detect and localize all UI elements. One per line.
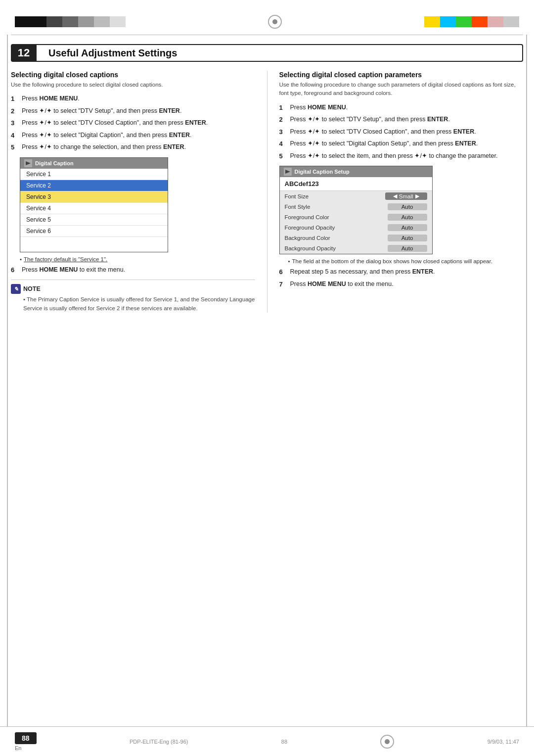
chapter-number: 12 xyxy=(11,44,37,62)
right-step-3: 3 Press ✦/✦ to select "DTV Closed Captio… xyxy=(279,127,524,137)
screen-row-5[interactable]: Service 5 xyxy=(20,214,168,226)
r-step-text-6: Repeat step 5 as necessary, and then pre… xyxy=(290,267,524,277)
right-step-2: 2 Press ✦/✦ to select "DTV Setup", and t… xyxy=(279,115,524,125)
top-rule xyxy=(11,35,523,35)
setup-param-fgopacity[interactable]: Foreground Opacity Auto xyxy=(280,223,432,233)
r-step-num-2: 2 xyxy=(279,115,288,125)
left-bullet-note: • The factory default is "Service 1". xyxy=(20,256,255,262)
step-num-3: 3 xyxy=(11,118,20,128)
r-step-text-7: Press HOME MENU to exit the menu. xyxy=(290,280,524,289)
param-label-bgcolor: Background Color xyxy=(285,235,330,241)
r-step-6-bold: ENTER xyxy=(412,268,433,275)
param-label-fgopacity: Foreground Opacity xyxy=(285,225,335,231)
bottom-circle xyxy=(380,735,394,749)
step-5-bold: ENTER xyxy=(163,143,184,150)
top-center xyxy=(126,15,424,29)
screen-body: Service 1 Service 2 Service 3 Service 4 … xyxy=(20,169,168,252)
top-bar xyxy=(0,0,534,35)
footer-center-text: 88 xyxy=(281,739,287,745)
fontsize-arrow-right[interactable]: ▶ xyxy=(415,193,419,199)
left-step-4: 4 Press ✦/✦ to select "Digital Caption",… xyxy=(11,131,255,141)
screen-row-3[interactable]: Service 3 xyxy=(20,191,168,203)
setup-param-bgopacity[interactable]: Background Opacity Auto xyxy=(280,243,432,254)
strip-2 xyxy=(31,16,46,27)
step-text-2: Press ✦/✦ to select "DTV Setup", and the… xyxy=(22,106,255,116)
param-value-fontstyle[interactable]: Auto xyxy=(388,203,427,210)
setup-param-fgcolor[interactable]: Foreground Color Auto xyxy=(280,212,432,223)
r-step-4-bold: ENTER xyxy=(455,140,476,147)
r-step-text-1: Press HOME MENU. xyxy=(290,103,524,112)
screen-row-6[interactable]: Service 6 xyxy=(20,226,168,237)
r-step-num-5: 5 xyxy=(279,151,288,161)
strip-r4 xyxy=(472,16,488,27)
footer-right-text: 9/9/03, 11:47 xyxy=(488,739,519,745)
r-step-text-5: Press ✦/✦ to select the item, and then p… xyxy=(290,151,524,161)
setup-screen-icon xyxy=(284,168,292,176)
setup-param-fontstyle[interactable]: Font Style Auto xyxy=(280,202,432,212)
r-step-text-2: Press ✦/✦ to select "DTV Setup", and the… xyxy=(290,115,524,124)
step-text-4: Press ✦/✦ to select "Digital Caption", a… xyxy=(22,131,255,140)
strip-4 xyxy=(62,16,78,27)
param-value-fgopacity[interactable]: Auto xyxy=(388,224,427,231)
setup-screen-title-bar: Digital Caption Setup xyxy=(280,166,432,177)
vert-rule-right xyxy=(526,35,527,726)
step-3-bold: ENTER xyxy=(185,119,206,126)
vert-rule-left xyxy=(7,35,8,726)
left-column: Selecting digital closed captions Use th… xyxy=(11,71,267,313)
screen-row-4[interactable]: Service 4 xyxy=(20,203,168,214)
underline-text: The factory default is "Service 1". xyxy=(24,256,107,262)
setup-param-fontsize[interactable]: Font Size ◀ Small ▶ xyxy=(280,191,432,202)
screen-title-icon xyxy=(24,159,32,167)
param-label-fgcolor: Foreground Color xyxy=(285,214,329,220)
left-step-2: 2 Press ✦/✦ to select "DTV Setup", and t… xyxy=(11,106,255,116)
bottom-circle-inner xyxy=(385,739,390,744)
setup-param-bgcolor[interactable]: Background Color Auto xyxy=(280,233,432,243)
step-num-5: 5 xyxy=(11,142,20,152)
param-value-fgcolor[interactable]: Auto xyxy=(388,214,427,221)
strip-1 xyxy=(15,16,31,27)
left-section-intro: Use the following procedure to select di… xyxy=(11,81,255,89)
top-circle-inner xyxy=(272,19,277,24)
right-steps-6-7-list: 6 Repeat step 5 as necessary, and then p… xyxy=(279,267,524,289)
strip-r6 xyxy=(503,16,519,27)
step-text-1: Press HOME MENU. xyxy=(22,94,255,103)
top-circle xyxy=(268,15,282,29)
bottom-bar: 88 En PDP-ELITE-Eng (81-96) 88 9/9/03, 1… xyxy=(0,726,534,756)
strip-6 xyxy=(94,16,110,27)
r-step-num-1: 1 xyxy=(279,103,288,113)
color-strip-left xyxy=(15,16,126,27)
right-step-6: 6 Repeat step 5 as necessary, and then p… xyxy=(279,267,524,277)
footer-left-text: PDP-ELITE-Eng (81-96) xyxy=(130,739,188,745)
setup-screen-title-text: Digital Caption Setup xyxy=(295,169,350,175)
strip-3 xyxy=(46,16,62,27)
right-section-intro: Use the following procedure to change su… xyxy=(279,81,524,98)
param-value-bgopacity[interactable]: Auto xyxy=(388,245,427,252)
step-num-6: 6 xyxy=(11,265,20,275)
chapter-title: Useful Adjustment Settings xyxy=(37,44,523,62)
left-step6-list: 6 Press HOME MENU to exit the menu. xyxy=(11,265,255,275)
step-2-bold: ENTER xyxy=(159,107,180,114)
fontsize-arrow-left[interactable]: ◀ xyxy=(393,193,397,199)
step-num-4: 4 xyxy=(11,131,20,141)
right-column: Selecting digital closed caption paramet… xyxy=(267,71,524,294)
right-step-1: 1 Press HOME MENU. xyxy=(279,103,524,113)
step-num-1: 1 xyxy=(11,94,20,104)
param-label-bgopacity: Background Opacity xyxy=(285,245,336,251)
screen-row-1[interactable]: Service 1 xyxy=(20,169,168,180)
bottom-lang: En xyxy=(15,745,21,751)
r-step-num-4: 4 xyxy=(279,139,288,149)
right-section-heading: Selecting digital closed caption paramet… xyxy=(279,71,524,79)
left-step-5: 5 Press ✦/✦ to change the selection, and… xyxy=(11,142,255,152)
screen-row-2[interactable]: Service 2 xyxy=(20,180,168,191)
step-1-bold: HOME MENU xyxy=(39,95,78,102)
color-strip-right xyxy=(424,16,519,27)
param-value-fontsize[interactable]: ◀ Small ▶ xyxy=(385,192,427,200)
right-step-5: 5 Press ✦/✦ to select the item, and then… xyxy=(279,151,524,161)
r-step-num-6: 6 xyxy=(279,267,288,277)
fontsize-value-text: Small xyxy=(399,193,413,199)
screen-title-bar: Digital Caption xyxy=(20,158,168,169)
param-value-bgcolor[interactable]: Auto xyxy=(388,235,427,241)
left-steps-list: 1 Press HOME MENU. 2 Press ✦/✦ to select… xyxy=(11,94,255,152)
r-step-3-bold: ENTER xyxy=(453,128,474,135)
param-label-fontstyle: Font Style xyxy=(285,204,311,210)
